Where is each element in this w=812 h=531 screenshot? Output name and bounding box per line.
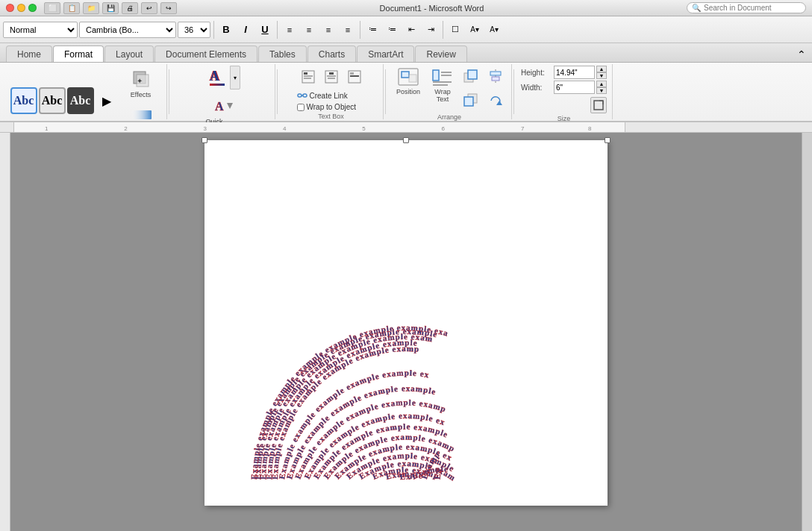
size-maximize-btn[interactable] xyxy=(590,97,607,113)
svg-rect-20 xyxy=(350,75,359,77)
width-spinner[interactable]: ▲ ▼ xyxy=(596,81,607,94)
shape-styles-group: Abc Abc Abc ▶ ✦ Effects xyxy=(3,64,167,119)
underline-button[interactable]: U xyxy=(256,22,274,38)
text-color-dropdown[interactable]: ▾ xyxy=(230,66,240,89)
print-icon[interactable]: 🖨 xyxy=(122,2,138,14)
align-right-button[interactable]: ≡ xyxy=(319,21,337,39)
title-bar: ⬜ 📋 📁 💾 🖨 ↩ ↪ Document1 - Microsoft Word… xyxy=(0,0,812,16)
height-label: Height: xyxy=(521,69,552,77)
tab-review[interactable]: Review xyxy=(415,45,466,62)
handle-top-left[interactable] xyxy=(202,137,207,143)
formatting-toolbar: Normal Cambria (Bo... 36 B I U ≡ ≡ ≡ ≡ ≔… xyxy=(0,16,812,43)
width-up[interactable]: ▲ xyxy=(596,81,607,87)
toolbar-separator-4 xyxy=(443,21,443,39)
ruler-scale: 1 2 3 4 5 6 7 8 xyxy=(13,122,625,132)
svg-rect-24 xyxy=(402,72,409,78)
ribbon-divider-3 xyxy=(385,69,386,114)
ribbon-divider-2 xyxy=(277,69,278,114)
font-color-button[interactable]: A▾ xyxy=(485,21,503,39)
undo-icon[interactable]: ↩ xyxy=(141,2,157,14)
shape-style-2[interactable]: Abc xyxy=(39,87,66,114)
templates-icon[interactable]: 📋 xyxy=(63,2,80,14)
search-bar[interactable]: 🔍 xyxy=(687,2,806,13)
document-page: Example example example example example … xyxy=(204,140,608,506)
open-icon[interactable]: 📁 xyxy=(83,2,99,14)
text-box-button[interactable]: ☐ xyxy=(446,21,464,39)
height-down[interactable]: ▼ xyxy=(596,72,607,79)
shape-style-1[interactable]: Abc xyxy=(10,87,37,114)
search-input[interactable] xyxy=(704,4,793,12)
tab-home[interactable]: Home xyxy=(6,45,52,62)
highlight-color-button[interactable]: A▾ xyxy=(466,21,484,39)
close-button[interactable] xyxy=(6,4,14,12)
height-up[interactable]: ▲ xyxy=(596,66,607,72)
svg-rect-3 xyxy=(131,110,152,119)
text-box-content: Create Link Wrap to Object xyxy=(297,66,366,111)
svg-rect-17 xyxy=(328,78,335,79)
rotate-btn[interactable] xyxy=(484,89,507,112)
new-icon[interactable]: ⬜ xyxy=(44,2,60,14)
style-selector[interactable]: Normal xyxy=(3,22,78,38)
bring-forward-btn[interactable] xyxy=(460,66,483,88)
svg-marker-5 xyxy=(227,103,233,109)
window-controls[interactable] xyxy=(6,4,37,12)
align-center-button[interactable]: ≡ xyxy=(300,21,318,39)
increase-indent-button[interactable]: ⇥ xyxy=(422,21,440,39)
tab-smartart[interactable]: SmartArt xyxy=(357,45,414,62)
link-textbox-dropdown[interactable] xyxy=(343,66,366,88)
shape-effects-label: Effects xyxy=(131,91,151,98)
maximize-button[interactable] xyxy=(28,4,37,12)
font-size-selector[interactable]: 36 xyxy=(178,22,210,38)
bullets-button[interactable]: ≔ xyxy=(363,21,381,39)
send-backward-btn[interactable] xyxy=(460,89,483,112)
text-art-svg: Example example example example example … xyxy=(219,155,593,491)
align-top-left[interactable] xyxy=(297,66,319,88)
height-row: Height: ▲ ▼ xyxy=(521,66,607,79)
size-inputs: Height: ▲ ▼ Width: ▲ ▼ xyxy=(521,66,607,113)
ribbon-tabs: Home Format Layout Document Elements Tab… xyxy=(0,43,812,63)
tab-format[interactable]: Format xyxy=(53,45,104,62)
height-input[interactable] xyxy=(554,66,595,79)
canvas-area[interactable]: Example example example example example … xyxy=(10,133,802,531)
text-color-btn[interactable]: A xyxy=(205,66,229,89)
svg-text:Ex: Ex xyxy=(433,468,443,480)
toolbar-separator-3 xyxy=(360,21,360,39)
numbered-list-button[interactable]: ≔ xyxy=(383,21,401,39)
handle-top-right[interactable] xyxy=(605,137,610,143)
width-input[interactable] xyxy=(554,81,595,94)
position-btn[interactable]: Position xyxy=(392,66,425,112)
height-spinner[interactable]: ▲ ▼ xyxy=(596,66,607,79)
toolbar-separator-1 xyxy=(213,21,214,39)
decrease-indent-button[interactable]: ⇤ xyxy=(402,21,420,39)
justify-button[interactable]: ≡ xyxy=(339,21,357,39)
bold-button[interactable]: B xyxy=(217,22,235,38)
tab-charts[interactable]: Charts xyxy=(307,45,356,62)
align-top-center[interactable] xyxy=(320,66,343,88)
align-left-button[interactable]: ≡ xyxy=(281,21,299,39)
handle-top-center[interactable] xyxy=(403,137,409,143)
tab-document-elements[interactable]: Document Elements xyxy=(154,45,257,62)
save-icon[interactable]: 💾 xyxy=(102,2,119,14)
create-link-btn[interactable]: Create Link xyxy=(297,90,366,101)
italic-button[interactable]: I xyxy=(237,22,254,38)
svg-rect-26 xyxy=(433,70,439,81)
wrap-checkbox[interactable] xyxy=(297,104,304,111)
svg-rect-21 xyxy=(298,94,302,97)
wrap-text-btn[interactable]: Wrap Text xyxy=(426,66,459,112)
vertical-scrollbar[interactable] xyxy=(802,133,812,531)
redo-icon[interactable]: ↪ xyxy=(160,2,177,14)
text-art[interactable]: Example example example example example … xyxy=(219,155,593,491)
quick-access-toolbar: ⬜ 📋 📁 💾 🖨 ↩ ↪ xyxy=(44,2,177,14)
wrap-to-object-btn[interactable]: Wrap to Object xyxy=(297,103,366,111)
font-selector[interactable]: Cambria (Bo... xyxy=(79,22,176,38)
ribbon-collapse-button[interactable]: ⌃ xyxy=(797,48,806,60)
minimize-button[interactable] xyxy=(17,4,25,12)
width-down[interactable]: ▼ xyxy=(596,87,607,94)
tab-layout[interactable]: Layout xyxy=(104,45,154,62)
shape-style-3[interactable]: Abc xyxy=(67,87,94,114)
shape-effects-btn[interactable]: ✦ Effects xyxy=(122,66,160,100)
tab-tables[interactable]: Tables xyxy=(258,45,307,62)
shape-effects-icon: ✦ xyxy=(131,67,152,91)
shape-styles-more[interactable]: ▶ xyxy=(96,89,118,112)
align-objects-btn[interactable] xyxy=(484,66,507,88)
